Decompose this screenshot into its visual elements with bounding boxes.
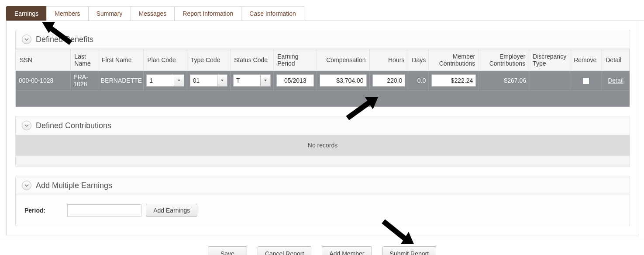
period-label: Period: <box>24 207 45 214</box>
submit-report-button[interactable]: Submit Report <box>382 246 436 255</box>
status-code-value: T <box>233 74 260 87</box>
action-bar: Save Cancel Report Add Member Submit Rep… <box>0 240 644 255</box>
panel-title: Add Multiple Earnings <box>36 181 112 190</box>
tab-report-information[interactable]: Report Information <box>174 6 241 21</box>
chevron-down-icon[interactable] <box>22 181 31 190</box>
panel-header-add-multiple[interactable]: Add Multiple Earnings <box>16 176 630 195</box>
panel-defined-benefits: Defined Benefits SSN Last Name First Nam… <box>15 30 630 107</box>
table-row[interactable]: 000-00-1028 ERA-1028 BERNADETTE 1 01 <box>16 71 630 91</box>
hours-input[interactable] <box>372 74 406 87</box>
cell-ssn: 000-00-1028 <box>16 71 71 91</box>
col-plan-code[interactable]: Plan Code <box>144 49 187 71</box>
panel-title: Defined Contributions <box>36 121 111 130</box>
cell-type-code: 01 <box>187 71 230 91</box>
panel-add-multiple-earnings: Add Multiple Earnings Period: Add Earnin… <box>15 176 630 226</box>
tab-messages[interactable]: Messages <box>131 6 175 21</box>
cell-first-name: BERNADETTE <box>98 71 144 91</box>
cell-remove <box>570 71 602 91</box>
col-ssn[interactable]: SSN <box>16 49 71 71</box>
col-remove[interactable]: Remove <box>570 49 602 71</box>
period-input[interactable] <box>67 204 141 217</box>
col-earning-period[interactable]: Earning Period <box>274 49 317 71</box>
compensation-input[interactable] <box>320 74 366 87</box>
cell-status-code: T <box>230 71 273 91</box>
chevron-down-icon[interactable] <box>22 121 31 130</box>
tab-case-information[interactable]: Case Information <box>241 6 304 21</box>
type-code-value: 01 <box>190 74 217 87</box>
member-contrib-input[interactable] <box>431 74 476 87</box>
chevron-down-icon[interactable] <box>22 35 31 44</box>
cancel-report-button[interactable]: Cancel Report <box>258 246 312 255</box>
cell-plan-code: 1 <box>144 71 187 91</box>
panel-defined-contributions: Defined Contributions No records <box>15 116 630 167</box>
defined-benefits-table: SSN Last Name First Name Plan Code Type … <box>16 49 630 107</box>
detail-link[interactable]: Detail <box>608 77 623 84</box>
arrow-annotation-icon <box>344 95 379 122</box>
remove-checkbox[interactable] <box>583 78 589 84</box>
col-member-contrib[interactable]: Member Contributions <box>429 49 479 71</box>
arrow-annotation-icon <box>380 218 415 246</box>
col-discrepancy[interactable]: Discrepancy Type <box>529 49 570 71</box>
plan-code-value: 1 <box>146 74 173 87</box>
cell-detail: Detail <box>602 71 630 91</box>
col-first-name[interactable]: First Name <box>98 49 144 71</box>
col-detail[interactable]: Detail <box>602 49 630 71</box>
table-header-row: SSN Last Name First Name Plan Code Type … <box>16 49 630 71</box>
no-records-message: No records <box>16 135 630 156</box>
col-days[interactable]: Days <box>408 49 429 71</box>
cell-last-name: ERA-1028 <box>71 71 98 91</box>
chevron-down-icon[interactable] <box>260 74 271 87</box>
panel-header-defined-benefits[interactable]: Defined Benefits <box>16 30 630 49</box>
cell-compensation <box>317 71 369 91</box>
col-employer-contrib[interactable]: Employer Contributions <box>479 49 529 71</box>
save-button[interactable]: Save <box>208 246 247 255</box>
add-earnings-button[interactable]: Add Earnings <box>146 204 197 217</box>
cell-member-contrib <box>429 71 479 91</box>
type-code-select[interactable]: 01 <box>190 74 227 87</box>
col-type-code[interactable]: Type Code <box>187 49 230 71</box>
plan-code-select[interactable]: 1 <box>146 74 184 87</box>
cell-employer-contrib: $267.06 <box>479 71 529 91</box>
tab-summary[interactable]: Summary <box>88 6 131 21</box>
chevron-down-icon[interactable] <box>174 74 184 87</box>
chevron-down-icon[interactable] <box>217 74 227 87</box>
earning-period-input[interactable] <box>276 74 314 87</box>
cell-hours <box>369 71 408 91</box>
panel-header-defined-contributions[interactable]: Defined Contributions <box>16 116 630 135</box>
col-status-code[interactable]: Status Code <box>230 49 273 71</box>
col-hours[interactable]: Hours <box>369 49 408 71</box>
cell-earning-period <box>274 71 317 91</box>
tab-bar: Earnings Members Summary Messages Report… <box>6 6 644 21</box>
cell-discrepancy <box>529 71 570 91</box>
cell-days: 0.0 <box>408 71 429 91</box>
status-code-select[interactable]: T <box>233 74 271 87</box>
col-last-name[interactable]: Last Name <box>71 49 98 71</box>
arrow-annotation-icon <box>40 18 75 46</box>
col-compensation[interactable]: Compensation <box>317 49 369 71</box>
add-member-button[interactable]: Add Member <box>322 246 372 255</box>
